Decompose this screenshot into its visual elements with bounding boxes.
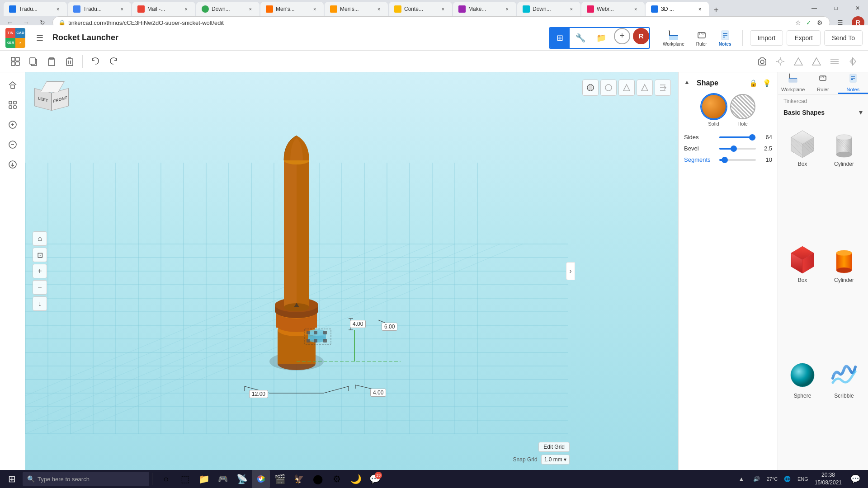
taskbar-radio[interactable]: 📡 <box>233 470 251 488</box>
tab-7[interactable]: Make... × <box>453 2 516 16</box>
tab-10[interactable]: 3D ... × <box>646 2 709 16</box>
taskbar-moon[interactable]: 🌙 <box>347 470 365 488</box>
tab-close-9[interactable]: × <box>632 5 639 13</box>
rotate-down-btn[interactable]: ↓ <box>33 296 47 311</box>
align-btn[interactable] <box>826 53 843 70</box>
undo-btn[interactable] <box>87 53 104 70</box>
paste-btn[interactable] <box>43 53 60 70</box>
tab-1[interactable]: Tradu... × <box>68 2 131 16</box>
taskbar-edge[interactable]: 🦅 <box>290 470 308 488</box>
export-btn[interactable]: Export <box>787 30 820 46</box>
wireframe-btn[interactable] <box>600 80 617 96</box>
ruler-tab[interactable]: Ruler <box>808 72 838 94</box>
shape-cylinder-grey[interactable]: Cylinder <box>825 124 863 236</box>
start-btn[interactable]: ⊞ <box>2 470 22 488</box>
down-btn[interactable] <box>4 155 22 174</box>
maximize-btn[interactable]: □ <box>826 0 846 16</box>
shape-box-grey[interactable]: Box <box>783 124 821 236</box>
zoom-out-btn[interactable] <box>4 136 22 154</box>
shapes-dropdown[interactable]: Basic Shapes ▾ <box>778 106 868 118</box>
menu-icon[interactable]: ☰ <box>33 31 47 45</box>
network-icon[interactable]: ▲ <box>734 470 749 488</box>
delete-btn[interactable] <box>61 53 78 70</box>
group-btn[interactable] <box>7 53 24 70</box>
snap-grid-value[interactable]: 1.0 mm ▾ <box>541 455 570 465</box>
add-profile-btn[interactable]: + <box>614 28 630 44</box>
fit-all-btn[interactable]: ⊡ <box>33 248 47 262</box>
edit-grid-btn[interactable]: Edit Grid <box>538 442 570 452</box>
smooth-view-btn[interactable] <box>582 80 599 96</box>
taskbar-clock[interactable]: 20:38 15/08/2021 <box>811 471 845 487</box>
fit-view-btn[interactable] <box>4 96 22 114</box>
shape-btn-1[interactable] <box>790 53 807 70</box>
hole-type-btn[interactable]: Hole <box>730 94 755 127</box>
tab-close-6[interactable]: × <box>439 5 447 13</box>
tab-close-7[interactable]: × <box>504 5 511 13</box>
solid-view-btn[interactable] <box>618 80 635 96</box>
temp-icon[interactable]: 27°C <box>765 470 779 488</box>
zoom-in-vp-btn[interactable]: + <box>33 264 47 278</box>
close-btn[interactable]: ✕ <box>847 0 868 16</box>
tab-5[interactable]: Men's... × <box>325 2 388 16</box>
taskbar-search[interactable]: 🔍 Type here to search <box>23 472 149 486</box>
taskbar-explorer[interactable]: 📁 <box>195 470 213 488</box>
new-tab-btn[interactable]: + <box>710 4 722 16</box>
taskbar-cortana[interactable]: ○ <box>157 470 175 488</box>
shape-box-red[interactable]: Box <box>783 240 821 352</box>
bulb-icon[interactable]: 💡 <box>761 78 772 89</box>
tab-0[interactable]: Tradu... × <box>4 2 67 16</box>
tab-close-4[interactable]: × <box>311 5 318 13</box>
tab-3[interactable]: Down... × <box>196 2 259 16</box>
workplane-btn[interactable]: Workplane <box>663 29 684 47</box>
x-ray-btn[interactable] <box>637 80 653 96</box>
home-view-btn[interactable]: ⌂ <box>33 231 47 246</box>
user-avatar[interactable]: R <box>633 28 649 44</box>
tab-close-2[interactable]: × <box>183 5 190 13</box>
taskbar-notif-badge[interactable]: 💬 33 <box>366 470 384 488</box>
shape-scribble[interactable]: Scribble <box>825 356 863 468</box>
tab-close-0[interactable]: × <box>54 5 61 13</box>
taskbar-steam[interactable]: 🎮 <box>214 470 232 488</box>
mirror-btn[interactable] <box>844 53 861 70</box>
ruler-btn[interactable]: Ruler <box>695 29 708 47</box>
tab-2[interactable]: Mail -... × <box>132 2 195 16</box>
notes-tab[interactable]: Notes <box>838 72 868 94</box>
taskbar-settings[interactable]: ⚙ <box>328 470 346 488</box>
taskbar-app1[interactable]: 🎬 <box>271 470 289 488</box>
light-btn[interactable] <box>772 53 788 70</box>
tinkercad-logo[interactable]: TIN KER CAD × <box>5 28 25 48</box>
copy-btn[interactable] <box>25 53 42 70</box>
network-icon-2[interactable]: 🌐 <box>780 470 795 488</box>
grid-view-btn[interactable]: ⊞ <box>550 28 570 48</box>
camera-btn[interactable] <box>754 53 770 70</box>
bevel-slider[interactable] <box>719 148 756 150</box>
panel-toggle-btn[interactable]: › <box>566 262 575 280</box>
sides-slider[interactable] <box>719 136 756 138</box>
profile2-btn[interactable]: 📁 <box>591 28 611 48</box>
zoom-out-vp-btn[interactable]: − <box>33 280 47 295</box>
sound-icon[interactable]: 🔊 <box>750 470 764 488</box>
minimize-btn[interactable]: — <box>804 0 825 16</box>
send-to-btn[interactable]: Send To <box>824 30 863 46</box>
viewport[interactable]: 4.00 6.00 12.00 4.00 LEFT FRONT ⌂ ⊡ + <box>25 72 678 470</box>
import-btn[interactable]: Import <box>750 30 783 46</box>
taskbar-chrome[interactable] <box>252 470 270 488</box>
tab-close-10[interactable]: × <box>696 5 703 13</box>
taskbar-arduino[interactable]: ⬤ <box>309 470 327 488</box>
lang-label[interactable]: ENG <box>796 470 810 488</box>
action-center-btn[interactable]: 💬 <box>846 470 864 488</box>
snap-btn[interactable] <box>655 80 671 96</box>
tools-btn[interactable]: 🔧 <box>571 28 590 48</box>
tab-9[interactable]: Webr... × <box>581 2 645 16</box>
home-btn[interactable] <box>4 76 22 94</box>
lock-icon[interactable]: 🔒 <box>748 78 759 89</box>
segments-slider[interactable] <box>719 159 756 161</box>
tab-6[interactable]: Conte... × <box>389 2 452 16</box>
tab-4[interactable]: Men's... × <box>260 2 324 16</box>
redo-btn[interactable] <box>105 53 122 70</box>
tab-close-3[interactable]: × <box>247 5 254 13</box>
shape-cylinder-orange[interactable]: Cylinder <box>825 240 863 352</box>
shape-btn-2[interactable] <box>808 53 825 70</box>
tab-close-1[interactable]: × <box>118 5 126 13</box>
taskbar-taskview[interactable]: ⬚ <box>176 470 194 488</box>
